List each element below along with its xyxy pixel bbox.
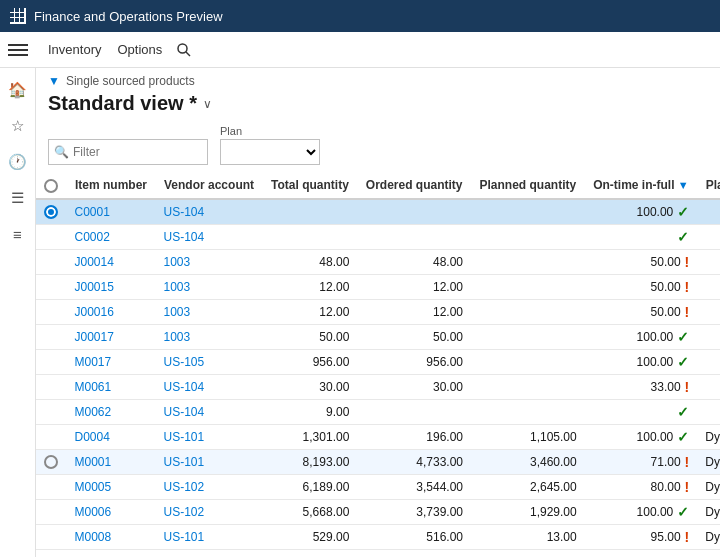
plan-select[interactable]: DynPlan — [220, 139, 320, 165]
vendor-account-cell[interactable]: US-104 — [156, 374, 263, 399]
table-row[interactable]: M0001US-1018,193.004,733.003,460.0071.00… — [36, 449, 720, 474]
col-header-total-quantity[interactable]: Total quantity — [263, 173, 358, 199]
search-icon[interactable] — [174, 40, 194, 60]
table-row[interactable]: M0010US-1042,752.00956.001,796.00100.00✓… — [36, 549, 720, 557]
item-number-cell[interactable]: M0006 — [67, 499, 156, 524]
vendor-account-cell[interactable]: US-104 — [156, 224, 263, 249]
filter-input[interactable] — [48, 139, 208, 165]
sidebar-list-icon[interactable]: ≡ — [4, 220, 32, 248]
item-number-cell[interactable]: M0008 — [67, 524, 156, 549]
select-all-radio[interactable] — [44, 179, 58, 193]
item-number-cell[interactable]: M0017 — [67, 349, 156, 374]
item-number-cell[interactable]: M0061 — [67, 374, 156, 399]
nav-menu: Inventory Options — [40, 38, 170, 61]
table-row[interactable]: J00014100348.0048.0050.00! — [36, 249, 720, 274]
check-icon: ✓ — [677, 354, 689, 370]
plan-cell: DynPlan — [697, 424, 720, 449]
nav-item-inventory[interactable]: Inventory — [40, 38, 109, 61]
vendor-account-cell[interactable]: US-104 — [156, 199, 263, 225]
table-row[interactable]: J00016100312.0012.0050.00! — [36, 299, 720, 324]
col-header-ordered-quantity[interactable]: Ordered quantity — [357, 173, 471, 199]
plan-cell: DynPlan — [697, 474, 720, 499]
filter-icon[interactable]: ▼ — [48, 74, 60, 88]
nav-item-options[interactable]: Options — [109, 38, 170, 61]
row-radio[interactable] — [36, 249, 67, 274]
sidebar-star-icon[interactable]: ☆ — [4, 112, 32, 140]
item-number-cell[interactable]: M0001 — [67, 449, 156, 474]
sidebar-clock-icon[interactable]: 🕐 — [4, 148, 32, 176]
item-number-cell[interactable]: C0002 — [67, 224, 156, 249]
sidebar: 🏠 ☆ 🕐 ☰ ≡ — [0, 68, 36, 557]
hamburger-menu[interactable] — [8, 40, 28, 60]
radio-circle[interactable] — [44, 455, 58, 469]
row-radio[interactable] — [36, 274, 67, 299]
planned-quantity-cell — [471, 349, 585, 374]
item-number-cell[interactable]: M0062 — [67, 399, 156, 424]
item-number-cell[interactable]: J00015 — [67, 274, 156, 299]
table-row[interactable]: M0017US-105956.00956.00100.00✓ — [36, 349, 720, 374]
vendor-account-cell[interactable]: US-105 — [156, 349, 263, 374]
sidebar-menu-icon[interactable]: ☰ — [4, 184, 32, 212]
row-radio[interactable] — [36, 524, 67, 549]
row-radio[interactable] — [36, 474, 67, 499]
row-radio[interactable] — [36, 324, 67, 349]
vendor-account-cell[interactable]: US-101 — [156, 424, 263, 449]
check-icon: ✓ — [677, 204, 689, 220]
row-radio[interactable] — [36, 424, 67, 449]
row-radio[interactable] — [36, 549, 67, 557]
vendor-account-cell[interactable]: US-102 — [156, 499, 263, 524]
row-radio[interactable] — [36, 349, 67, 374]
radio-circle[interactable] — [44, 205, 58, 219]
exclaim-icon: ! — [685, 529, 690, 545]
col-header-plan[interactable]: Plan — [697, 173, 720, 199]
item-number-cell[interactable]: J00016 — [67, 299, 156, 324]
row-radio[interactable] — [36, 224, 67, 249]
row-radio[interactable] — [36, 299, 67, 324]
planned-quantity-cell — [471, 199, 585, 225]
vendor-account-cell[interactable]: US-104 — [156, 549, 263, 557]
table-body: C0001US-104100.00✓C0002US-104✓J000141003… — [36, 199, 720, 557]
row-radio[interactable] — [36, 499, 67, 524]
view-dropdown-icon[interactable]: ∨ — [203, 97, 212, 111]
table-row[interactable]: M0005US-1026,189.003,544.002,645.0080.00… — [36, 474, 720, 499]
row-radio[interactable] — [36, 199, 67, 225]
ontime-infull-cell: 100.00✓ — [585, 200, 698, 224]
item-number-cell[interactable]: C0001 — [67, 199, 156, 225]
layout: 🏠 ☆ 🕐 ☰ ≡ ▼ Single sourced products Stan… — [0, 68, 720, 557]
ontime-infull-cell: ✓ — [585, 225, 698, 249]
vendor-account-cell[interactable]: US-101 — [156, 524, 263, 549]
table-row[interactable]: C0001US-104100.00✓ — [36, 199, 720, 225]
table-row[interactable]: J00017100350.0050.00100.00✓ — [36, 324, 720, 349]
vendor-account-cell[interactable]: 1003 — [156, 274, 263, 299]
row-radio[interactable] — [36, 449, 67, 474]
col-header-item-number[interactable]: Item number — [67, 173, 156, 199]
vendor-account-cell[interactable]: US-104 — [156, 399, 263, 424]
col-header-vendor-account[interactable]: Vendor account — [156, 173, 263, 199]
total-quantity-cell: 6,189.00 — [263, 474, 358, 499]
vendor-account-cell[interactable]: 1003 — [156, 249, 263, 274]
table-row[interactable]: M0061US-10430.0030.0033.00! — [36, 374, 720, 399]
vendor-account-cell[interactable]: US-102 — [156, 474, 263, 499]
item-number-cell[interactable]: D0004 — [67, 424, 156, 449]
col-header-planned-quantity[interactable]: Planned quantity — [471, 173, 585, 199]
col-header-ontime-infull[interactable]: On-time in-full ▼ — [585, 173, 698, 199]
vendor-account-cell[interactable]: 1003 — [156, 299, 263, 324]
vendor-account-cell[interactable]: US-101 — [156, 449, 263, 474]
sidebar-home-icon[interactable]: 🏠 — [4, 76, 32, 104]
row-radio[interactable] — [36, 374, 67, 399]
row-radio[interactable] — [36, 399, 67, 424]
table-row[interactable]: J00015100312.0012.0050.00! — [36, 274, 720, 299]
vendor-account-cell[interactable]: 1003 — [156, 324, 263, 349]
item-number-cell[interactable]: J00014 — [67, 249, 156, 274]
item-number-cell[interactable]: M0005 — [67, 474, 156, 499]
check-icon: ✓ — [677, 504, 689, 520]
nav-bar: Inventory Options — [0, 32, 720, 68]
table-row[interactable]: M0008US-101529.00516.0013.0095.00!DynPla… — [36, 524, 720, 549]
table-row[interactable]: D0004US-1011,301.00196.001,105.00100.00✓… — [36, 424, 720, 449]
table-row[interactable]: C0002US-104✓ — [36, 224, 720, 249]
item-number-cell[interactable]: J00017 — [67, 324, 156, 349]
exclaim-icon: ! — [685, 279, 690, 295]
item-number-cell[interactable]: M0010 — [67, 549, 156, 557]
table-row[interactable]: M0062US-1049.00✓ — [36, 399, 720, 424]
table-row[interactable]: M0006US-1025,668.003,739.001,929.00100.0… — [36, 499, 720, 524]
